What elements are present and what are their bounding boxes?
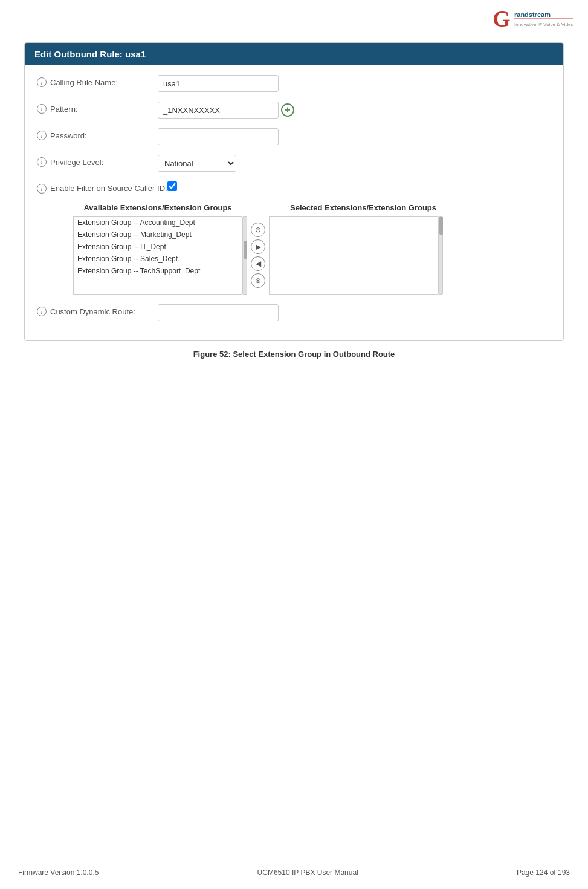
extension-groups-section: Available Extensions/Extension Groups Se… xyxy=(37,203,551,295)
list-item[interactable]: Extension Group -- TechSupport_Dept xyxy=(74,265,242,277)
custom-route-control xyxy=(158,304,551,321)
enable-filter-label-text: Enable Filter on Source Caller ID: xyxy=(50,184,167,193)
footer-right: Page 124 of 193 xyxy=(517,868,570,877)
form-panel-header: Edit Outbound Rule: usa1 xyxy=(25,43,563,65)
custom-route-info-icon: i xyxy=(37,307,47,316)
selected-list-scrollbar[interactable] xyxy=(438,216,443,295)
custom-route-input[interactable] xyxy=(158,304,279,321)
calling-rule-name-label: Calling Rule Name: xyxy=(50,78,118,87)
enable-filter-row: i Enable Filter on Source Caller ID: xyxy=(37,181,551,194)
form-panel: Edit Outbound Rule: usa1 i Calling Rule … xyxy=(24,42,564,341)
pattern-input[interactable] xyxy=(158,102,279,119)
privilege-level-info-icon: i xyxy=(37,157,47,167)
password-label-wrapper: i Password: xyxy=(37,128,158,140)
footer-center: UCM6510 IP PBX User Manual xyxy=(257,868,358,877)
pattern-info-icon: i xyxy=(37,104,47,114)
svg-text:G: G xyxy=(493,6,511,31)
selected-list-wrapper xyxy=(269,216,443,295)
privilege-level-control: International National Local Internal xyxy=(158,155,551,172)
calling-rule-name-label-wrapper: i Calling Rule Name: xyxy=(37,75,158,87)
main-content: Edit Outbound Rule: usa1 i Calling Rule … xyxy=(24,42,564,359)
password-control xyxy=(158,128,551,145)
move-all-left-button[interactable]: ⊗ xyxy=(251,273,265,288)
custom-dynamic-route-row: i Custom Dynamic Route: xyxy=(37,304,551,321)
svg-text:randstream: randstream xyxy=(514,11,551,18)
enable-filter-label-wrapper: i Enable Filter on Source Caller ID: xyxy=(37,181,167,194)
available-ext-list[interactable]: Extension Group -- Accounting_Dept Exten… xyxy=(73,216,242,295)
calling-rule-name-row: i Calling Rule Name: xyxy=(37,75,551,92)
move-all-right-button[interactable]: ⊙ xyxy=(251,223,265,237)
privilege-level-label-wrapper: i Privilege Level: xyxy=(37,155,158,167)
pattern-row: i Pattern: + xyxy=(37,102,551,119)
custom-route-label: Custom Dynamic Route: xyxy=(50,307,135,316)
available-list-scrollbar-thumb xyxy=(244,241,247,259)
custom-route-label-wrapper: i Custom Dynamic Route: xyxy=(37,304,158,316)
transfer-buttons: ⊙ ▶ ◀ ⊗ xyxy=(251,223,265,288)
move-right-button[interactable]: ▶ xyxy=(251,239,265,254)
pattern-label: Pattern: xyxy=(50,105,78,114)
password-input[interactable] xyxy=(158,128,279,145)
selected-ext-header: Selected Extensions/Extension Groups xyxy=(279,203,448,212)
password-info-icon: i xyxy=(37,131,47,140)
privilege-level-select[interactable]: International National Local Internal xyxy=(158,155,236,172)
calling-rule-name-info-icon: i xyxy=(37,77,47,87)
available-ext-header: Available Extensions/Extension Groups xyxy=(73,203,242,212)
form-title: Edit Outbound Rule: usa1 xyxy=(34,49,146,59)
selected-ext-list[interactable] xyxy=(269,216,438,295)
pattern-container: + xyxy=(158,102,551,119)
privilege-level-row: i Privilege Level: International Nationa… xyxy=(37,155,551,172)
pattern-label-wrapper: i Pattern: xyxy=(37,102,158,114)
logo-area: G randstream Innovative IP Voice & Video xyxy=(491,5,576,35)
ext-groups-header: Available Extensions/Extension Groups Se… xyxy=(73,203,551,212)
available-list-scrollbar[interactable] xyxy=(242,216,247,295)
page-footer: Firmware Version 1.0.0.5 UCM6510 IP PBX … xyxy=(0,862,588,877)
add-pattern-button[interactable]: + xyxy=(281,103,294,117)
calling-rule-name-control xyxy=(158,75,551,92)
enable-filter-control xyxy=(167,181,551,193)
footer-left: Firmware Version 1.0.0.5 xyxy=(18,868,99,877)
available-list-wrapper: Extension Group -- Accounting_Dept Exten… xyxy=(73,216,247,295)
list-item[interactable]: Extension Group -- Sales_Dept xyxy=(74,253,242,265)
form-body: i Calling Rule Name: i Pattern: + xyxy=(25,65,563,340)
selected-list-scrollbar-thumb xyxy=(439,217,443,235)
password-label: Password: xyxy=(50,131,87,140)
ext-groups-body: Extension Group -- Accounting_Dept Exten… xyxy=(73,216,551,295)
enable-filter-info-icon: i xyxy=(37,184,47,194)
calling-rule-name-input[interactable] xyxy=(158,75,279,92)
enable-filter-label: Enable Filter on Source Caller ID: xyxy=(50,184,167,193)
grandstream-logo: G randstream Innovative IP Voice & Video xyxy=(491,5,576,35)
password-row: i Password: xyxy=(37,128,551,145)
move-left-button[interactable]: ◀ xyxy=(251,256,265,271)
enable-filter-checkbox[interactable] xyxy=(167,181,177,191)
list-item[interactable]: Extension Group -- Marketing_Dept xyxy=(74,229,242,241)
list-item[interactable]: Extension Group -- IT_Dept xyxy=(74,241,242,253)
figure-caption: Figure 52: Select Extension Group in Out… xyxy=(24,350,564,359)
pattern-control: + xyxy=(158,102,551,119)
list-item[interactable]: Extension Group -- Accounting_Dept xyxy=(74,217,242,229)
privilege-level-label: Privilege Level: xyxy=(50,158,103,167)
svg-text:Innovative IP Voice & Video: Innovative IP Voice & Video xyxy=(514,22,574,27)
